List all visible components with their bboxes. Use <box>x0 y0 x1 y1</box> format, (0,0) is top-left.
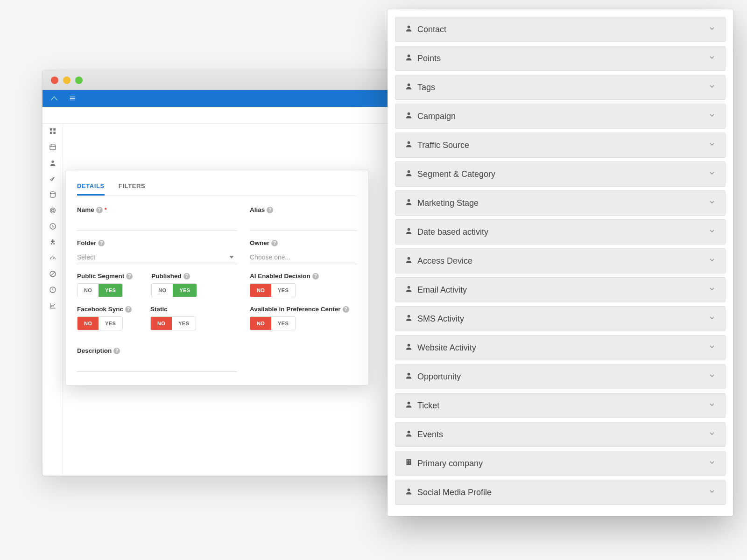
user-icon[interactable] <box>48 158 57 168</box>
tab-details[interactable]: DETAILS <box>77 182 105 196</box>
chevron-down-icon <box>229 256 234 259</box>
chevron-down-icon <box>708 83 716 92</box>
accordion-item[interactable]: Ticket <box>395 393 726 418</box>
user-icon <box>405 285 413 295</box>
chart-icon[interactable] <box>48 301 57 310</box>
svg-point-29 <box>408 286 410 289</box>
name-input[interactable] <box>77 217 237 231</box>
toggle-yes[interactable]: YES <box>271 284 295 297</box>
chevron-down-icon <box>708 459 716 468</box>
static-toggle[interactable]: NO YES <box>150 316 196 330</box>
svg-point-11 <box>51 161 54 163</box>
help-icon[interactable]: ? <box>125 306 132 313</box>
accordion-item[interactable]: Email Activity <box>395 277 726 302</box>
svg-point-21 <box>408 55 410 57</box>
help-icon[interactable]: ? <box>98 240 105 246</box>
toggle-no[interactable]: NO <box>250 317 271 330</box>
calendar-icon[interactable] <box>48 142 57 152</box>
toggle-no[interactable]: NO <box>152 284 173 297</box>
accordion-item[interactable]: Primary company <box>395 451 726 476</box>
toggle-no[interactable]: NO <box>78 284 99 297</box>
toggle-yes[interactable]: YES <box>99 284 122 297</box>
hamburger-icon[interactable] <box>66 93 79 104</box>
svg-point-14 <box>51 209 54 211</box>
svg-point-24 <box>408 141 410 144</box>
chevron-down-icon <box>708 54 716 63</box>
accordion-label: Contact <box>417 25 446 35</box>
accordion-item[interactable]: Website Activity <box>395 335 726 360</box>
help-icon[interactable]: ? <box>183 273 190 280</box>
svg-rect-40 <box>408 463 408 463</box>
accordion-item[interactable]: Events <box>395 422 726 447</box>
accordion-item[interactable]: Date based activity <box>395 219 726 245</box>
help-icon[interactable]: ? <box>113 348 120 354</box>
dashboard-icon[interactable] <box>48 126 57 136</box>
target-icon[interactable] <box>48 206 57 215</box>
user-icon <box>405 429 413 440</box>
svg-line-18 <box>51 272 55 276</box>
block-icon[interactable] <box>48 269 57 279</box>
accordion-item[interactable]: Traffic Source <box>395 133 726 158</box>
clock2-icon[interactable] <box>48 285 57 294</box>
chevron-down-icon <box>708 285 716 294</box>
accordion-label: Date based activity <box>417 227 488 237</box>
accordion-item[interactable]: Opportunity <box>395 364 726 389</box>
toggle-yes[interactable]: YES <box>99 317 122 330</box>
help-icon[interactable]: ? <box>96 207 103 213</box>
toggle-yes[interactable]: YES <box>173 284 197 297</box>
accordion-item[interactable]: Points <box>395 46 726 71</box>
name-label: Name ? * <box>77 206 237 213</box>
accordion-label: Campaign <box>417 112 456 121</box>
chevron-down-icon <box>708 343 716 352</box>
help-icon[interactable]: ? <box>343 306 349 313</box>
facebook-sync-toggle[interactable]: NO YES <box>77 316 123 330</box>
accordion-item[interactable]: Social Media Profile <box>395 480 726 505</box>
ai-decision-toggle[interactable]: NO YES <box>250 283 296 297</box>
alias-input[interactable] <box>250 217 357 231</box>
owner-select[interactable]: Choose one... <box>250 250 357 264</box>
svg-point-22 <box>408 84 410 86</box>
svg-point-23 <box>408 112 410 115</box>
accordion-item[interactable]: Tags <box>395 75 726 100</box>
accordion-label: Segment & Category <box>417 169 495 179</box>
accordion-item[interactable]: Contact <box>395 17 726 42</box>
toggle-no[interactable]: NO <box>78 317 99 330</box>
help-icon[interactable]: ? <box>312 273 319 280</box>
clock-icon[interactable] <box>48 222 57 231</box>
close-icon[interactable] <box>51 77 58 84</box>
accordion-item[interactable]: Campaign <box>395 104 726 129</box>
folder-select[interactable]: Select <box>77 250 237 264</box>
svg-rect-7 <box>50 145 56 150</box>
published-toggle[interactable]: NO YES <box>151 283 197 297</box>
help-icon[interactable]: ? <box>126 273 133 280</box>
accordion-item[interactable]: SMS Activity <box>395 306 726 331</box>
svg-point-25 <box>408 170 410 173</box>
tab-filters[interactable]: FILTERS <box>119 182 145 196</box>
plugin-icon[interactable] <box>48 238 57 247</box>
toggle-no[interactable]: NO <box>250 284 271 297</box>
accordion-item[interactable]: Access Device <box>395 248 726 273</box>
accordion-item[interactable]: Segment & Category <box>395 161 726 187</box>
svg-point-33 <box>408 402 410 405</box>
user-icon <box>405 111 413 121</box>
accordion-label: SMS Activity <box>417 314 464 324</box>
minimize-icon[interactable] <box>63 77 70 84</box>
help-icon[interactable]: ? <box>267 207 273 213</box>
toggle-yes[interactable]: YES <box>172 317 196 330</box>
description-input[interactable] <box>77 360 237 372</box>
accordion-label: Traffic Source <box>417 140 469 150</box>
rocket-icon[interactable] <box>48 174 57 183</box>
gauge-icon[interactable] <box>48 253 57 263</box>
accordion-item[interactable]: Marketing Stage <box>395 190 726 216</box>
database-icon[interactable] <box>48 190 57 199</box>
toggle-no[interactable]: NO <box>151 317 172 330</box>
chevron-down-icon <box>708 256 716 266</box>
chevron-down-icon <box>708 314 716 323</box>
help-icon[interactable]: ? <box>271 240 278 246</box>
svg-point-32 <box>408 373 410 376</box>
accordion-label: Tags <box>417 83 435 92</box>
maximize-icon[interactable] <box>75 77 83 84</box>
pref-center-toggle[interactable]: NO YES <box>250 316 296 330</box>
toggle-yes[interactable]: YES <box>271 317 295 330</box>
public-segment-toggle[interactable]: NO YES <box>77 283 123 297</box>
